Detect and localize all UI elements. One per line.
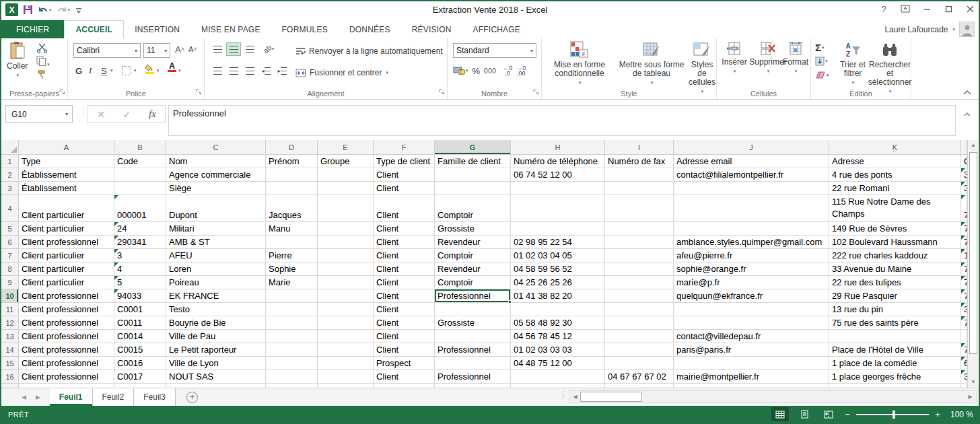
cell-K10[interactable]: 29 Rue Pasquier (829, 289, 961, 303)
cell-C11[interactable]: Testo (166, 303, 266, 316)
format-painter-button[interactable] (36, 69, 46, 82)
align-right-button[interactable] (242, 64, 257, 77)
cell-K11[interactable]: 13 rue du pin (829, 303, 961, 316)
cell-C13[interactable]: Ville de Pau (166, 330, 266, 343)
cell-G14[interactable]: Professionnel (435, 343, 511, 357)
cell-I8[interactable] (605, 262, 674, 276)
cell-J8[interactable]: sophie@orange.fr (674, 262, 829, 276)
cell-I11[interactable] (605, 303, 674, 316)
percent-style-button[interactable]: % (473, 66, 481, 76)
cell-H12[interactable]: 05 58 48 92 30 (511, 316, 605, 330)
zoom-out-button[interactable]: − (844, 409, 851, 419)
scroll-up-icon[interactable]: ▲ (969, 140, 978, 150)
cell-A11[interactable]: Client professionnel (19, 303, 114, 316)
row-header-10[interactable]: 10 (1, 289, 19, 303)
cell-J4[interactable] (674, 195, 829, 222)
row-header-16[interactable]: 16 (1, 370, 19, 384)
normal-view-button[interactable] (771, 407, 789, 421)
cell-B14[interactable]: C0015 (114, 343, 166, 357)
close-button[interactable] (964, 3, 976, 15)
paste-button[interactable]: Coller ▾ (7, 41, 28, 79)
cell-A13[interactable]: Client professionnel (19, 330, 114, 343)
next-sheet-icon[interactable]: ▶ (36, 394, 40, 400)
page-layout-view-button[interactable] (796, 407, 813, 421)
cell-G6[interactable]: Revendeur (435, 236, 511, 249)
dropdown-arrow-icon[interactable]: ▾ (61, 111, 72, 117)
cell-H5[interactable] (511, 222, 605, 236)
cell-K15[interactable]: 1 place de la comédie (829, 357, 961, 370)
cell-G13[interactable] (435, 330, 511, 343)
cell-L9[interactable]: 7 (961, 276, 967, 289)
scroll-down-icon[interactable]: ▼ (969, 377, 978, 387)
cell-A16[interactable]: Client professionnel (19, 370, 114, 384)
cell-H1[interactable]: Numéro de téléphone (511, 155, 605, 168)
row-header-6[interactable]: 6 (1, 236, 19, 249)
help-button[interactable]: ? (878, 3, 890, 15)
cell-A5[interactable]: Client particulier (19, 222, 114, 236)
italic-button[interactable]: I (87, 64, 94, 77)
zoom-slider-thumb[interactable] (893, 411, 895, 419)
cell-E12[interactable] (318, 316, 374, 330)
row-header-9[interactable]: 9 (1, 276, 19, 289)
cell-G3[interactable] (435, 182, 511, 195)
cell-F13[interactable]: Client (374, 330, 435, 343)
cell-G5[interactable]: Grossiste (435, 222, 511, 236)
zoom-level[interactable]: 100 % (948, 410, 973, 419)
account-area[interactable]: Laure Lafourcade ▾ (884, 22, 975, 37)
cell-E6[interactable] (318, 236, 374, 249)
align-bottom-button[interactable] (242, 42, 257, 56)
user-avatar-icon[interactable] (959, 22, 975, 37)
cell-E4[interactable] (318, 195, 374, 222)
cell-I6[interactable] (605, 236, 674, 249)
cell-B6[interactable]: 290341 (114, 236, 166, 249)
cell-K13[interactable] (829, 330, 961, 343)
zoom-slider[interactable] (856, 414, 929, 415)
cell-F14[interactable]: Client (374, 343, 435, 357)
cell-A1[interactable]: Type (19, 155, 114, 168)
cell-G7[interactable]: Comptoir (435, 249, 511, 262)
cell-J10[interactable]: quelquun@ekfrance.fr (674, 289, 829, 303)
cell-H10[interactable]: 01 41 38 82 20 (511, 289, 605, 303)
tab-revision[interactable]: RÉVISION (401, 20, 462, 38)
row-header-5[interactable]: 5 (1, 222, 19, 236)
cell-H9[interactable]: 04 25 26 25 26 (511, 276, 605, 289)
cell-J5[interactable] (674, 222, 829, 236)
delete-cells-button[interactable]: Supprimer ▾ (750, 41, 785, 75)
font-size-select[interactable]: 11▾ (143, 43, 170, 58)
increase-decimal-button[interactable]: ←0,0 (503, 65, 512, 76)
cell-D6[interactable] (266, 236, 318, 249)
cell-E10[interactable] (318, 289, 374, 303)
cell-I10[interactable] (605, 289, 674, 303)
cell-H13[interactable]: 04 56 78 45 12 (511, 330, 605, 343)
cell-L5[interactable]: 7 (961, 222, 967, 236)
cell-E1[interactable]: Groupe (318, 155, 374, 168)
cell-D1[interactable]: Prénom (266, 155, 318, 168)
cell-B10[interactable]: 94033 (114, 289, 166, 303)
cell-C2[interactable]: Agence commerciale (166, 168, 266, 182)
cell-G2[interactable] (435, 168, 511, 182)
dropdown-arrow-icon[interactable]: ▾ (157, 68, 160, 73)
ribbon-display-options-button[interactable] (899, 3, 911, 15)
cell-K6[interactable]: 102 Boulevard Haussmann (829, 236, 961, 249)
cell-I7[interactable] (605, 249, 674, 262)
cell-E7[interactable] (318, 249, 374, 262)
cell-E8[interactable] (318, 262, 374, 276)
cell-F3[interactable]: Client (374, 182, 435, 195)
cell-F1[interactable]: Type de client (374, 155, 435, 168)
row-header-2[interactable]: 2 (1, 168, 19, 182)
cell-F8[interactable]: Client (374, 262, 435, 276)
cell-E14[interactable] (318, 343, 374, 357)
cell-L6[interactable]: 7 (961, 236, 967, 249)
cell-B15[interactable]: C0016 (114, 357, 166, 370)
cell-L14[interactable]: 7 (961, 343, 967, 357)
number-format-select[interactable]: Standard▾ (453, 43, 536, 58)
cell-C10[interactable]: EK FRANCE (166, 289, 266, 303)
cell-L11[interactable]: 3 (961, 303, 967, 316)
column-header-B[interactable]: B (114, 140, 166, 155)
page-break-view-button[interactable] (820, 407, 837, 421)
cell-I9[interactable] (605, 276, 674, 289)
cell-L16[interactable]: 3 (961, 370, 967, 384)
cell-D2[interactable] (266, 168, 318, 182)
cell-A10[interactable]: Client professionnel (19, 289, 114, 303)
fill-color-button[interactable] (145, 64, 154, 74)
